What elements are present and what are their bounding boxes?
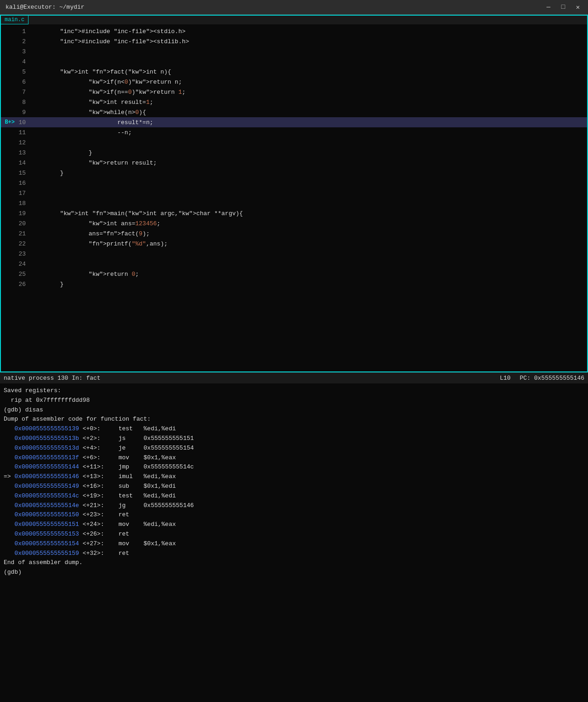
code-line-26: 26 } (1, 279, 587, 289)
line-number: 10 (17, 119, 31, 126)
console-line: 0x000055555555514c <+19>: test %edi,%edi (4, 491, 584, 501)
code-line-22: 22 "fn">printf("%d",ans); (1, 239, 587, 249)
code-line-17: 17 (1, 188, 587, 198)
code-line-12: 12 (1, 137, 587, 148)
line-number: 14 (17, 160, 31, 166)
line-content: "inc">#include "inc-file"><stdio.h> (31, 28, 185, 35)
console-line: 0x0000555555555150 <+23>: ret (4, 510, 584, 520)
console-line: (gdb) disas (4, 405, 584, 415)
line-number: 2 (17, 38, 31, 45)
code-line-16: 16 (1, 178, 587, 188)
code-line-4: 4 (1, 57, 587, 67)
statusbar-right: L10 PC: 0x555555555146 (500, 375, 584, 382)
code-line-25: 25 "kw">return 0; (1, 269, 587, 279)
code-line-20: 20 "kw">int ans=123456; (1, 218, 587, 228)
line-number: 25 (17, 271, 31, 278)
line-number: 20 (17, 220, 31, 227)
editor-container: main.c 1 "inc">#include "inc-file"><stdi… (0, 15, 588, 372)
maximize-button[interactable]: □ (559, 3, 568, 11)
statusbar-pc: PC: 0x555555555146 (520, 375, 584, 382)
line-content: "kw">return result; (31, 160, 157, 166)
line-content: "kw">int "fn">main("kw">int argc,"kw">ch… (31, 210, 243, 217)
line-number: 15 (17, 170, 31, 177)
line-number: 22 (17, 240, 31, 247)
console-line: 0x0000555555555151 <+24>: mov %edi,%eax (4, 520, 584, 530)
titlebar-title: kali@Executor: ~/mydir (6, 4, 85, 11)
line-number: 6 (17, 79, 31, 86)
line-number: 12 (17, 139, 31, 146)
line-content: "kw">return 0; (31, 271, 139, 278)
line-number: 24 (17, 261, 31, 268)
line-content: } (31, 170, 63, 177)
code-line-1: 1 "inc">#include "inc-file"><stdio.h> (1, 26, 587, 36)
line-content: "kw">int ans=123456; (31, 220, 160, 227)
code-line-2: 2 "inc">#include "inc-file"><stdlib.h> (1, 36, 587, 46)
code-line-3: 3 (1, 46, 587, 57)
line-number: 3 (17, 48, 31, 55)
titlebar: kali@Executor: ~/mydir — □ ✕ (0, 0, 588, 15)
line-number: 5 (17, 68, 31, 75)
console-line: End of assembler dump. (4, 558, 584, 568)
line-content: "kw">int result=1; (31, 99, 153, 106)
line-content: result*=n; (31, 119, 153, 126)
code-line-14: 14 "kw">return result; (1, 158, 587, 168)
console-line: 0x0000555555555154 <+27>: mov $0x1,%eax (4, 539, 584, 549)
code-line-8: 8 "kw">int result=1; (1, 97, 587, 107)
console-line: Dump of assembler code for function fact… (4, 415, 584, 424)
line-content: } (31, 281, 63, 288)
minimize-button[interactable]: — (544, 3, 553, 11)
console-line: 0x0000555555555153 <+26>: ret (4, 530, 584, 539)
console-area[interactable]: Saved registers: rip at 0x7fffffffddd98(… (0, 383, 588, 580)
code-line-7: 7 "kw">if(n==0)"kw">return 1; (1, 87, 587, 97)
code-line-19: 19 "kw">int "fn">main("kw">int argc,"kw"… (1, 208, 587, 218)
line-content: "fn">printf("%d",ans); (31, 240, 168, 247)
line-prefix: B+> (3, 119, 17, 126)
code-line-18: 18 (1, 198, 587, 208)
console-line: 0x000055555555514e <+21>: jg 0x555555555… (4, 501, 584, 511)
line-number: 17 (17, 190, 31, 197)
code-line-5: 5 "kw">int "fn">fact("kw">int n){ (1, 67, 587, 77)
code-line-6: 6 "kw">if(n<0)"kw">return n; (1, 77, 587, 87)
console-line: 0x0000555555555144 <+11>: jmp 0x55555555… (4, 462, 584, 472)
code-line-11: 11 --n; (1, 127, 587, 137)
line-content: --n; (31, 129, 131, 136)
line-content: "kw">if(n==0)"kw">return 1; (31, 89, 186, 96)
code-line-9: 9 "kw">while(n>0){ (1, 107, 587, 117)
line-number: 23 (17, 251, 31, 257)
code-line-13: 13 } (1, 148, 587, 158)
code-line-23: 23 (1, 249, 587, 259)
code-line-24: 24 (1, 259, 587, 269)
line-number: 13 (17, 149, 31, 156)
line-content: "kw">if(n<0)"kw">return n; (31, 79, 182, 86)
code-line-10: B+>10 result*=n; (1, 117, 587, 127)
statusbar-line: L10 (500, 375, 510, 382)
close-button[interactable]: ✕ (573, 3, 582, 11)
line-number: 19 (17, 210, 31, 217)
line-number: 9 (17, 109, 31, 116)
file-tab[interactable]: main.c (1, 16, 29, 24)
console-wrapper: Saved registers: rip at 0x7fffffffddd98(… (0, 383, 588, 702)
line-number: 21 (17, 230, 31, 237)
statusbar: native process 130 In: fact L10 PC: 0x55… (0, 372, 588, 383)
line-number: 1 (17, 28, 31, 35)
line-content: "kw">int "fn">fact("kw">int n){ (31, 68, 171, 75)
line-number: 7 (17, 89, 31, 96)
statusbar-left: native process 130 In: fact (4, 375, 101, 382)
code-area[interactable]: 1 "inc">#include "inc-file"><stdio.h>2 "… (1, 24, 587, 371)
console-line: 0x000055555555513f <+6>: mov $0x1,%eax (4, 453, 584, 463)
console-line: 0x0000555555555149 <+16>: sub $0x1,%edi (4, 482, 584, 491)
code-line-15: 15 } (1, 168, 587, 178)
line-number: 11 (17, 129, 31, 136)
line-number: 26 (17, 281, 31, 288)
line-number: 16 (17, 180, 31, 187)
line-number: 4 (17, 58, 31, 65)
console-line: 0x0000555555555139 <+0>: test %edi,%edi (4, 424, 584, 434)
line-number: 8 (17, 99, 31, 106)
gdb-prompt[interactable]: (gdb) (4, 568, 584, 577)
console-line: 0x000055555555513d <+4>: je 0x5555555551… (4, 444, 584, 453)
line-number: 18 (17, 200, 31, 207)
code-line-21: 21 ans="fn">fact(9); (1, 228, 587, 239)
console-line: 0x0000555555555159 <+32>: ret (4, 549, 584, 559)
titlebar-controls: — □ ✕ (544, 3, 582, 11)
line-content: } (31, 149, 92, 156)
